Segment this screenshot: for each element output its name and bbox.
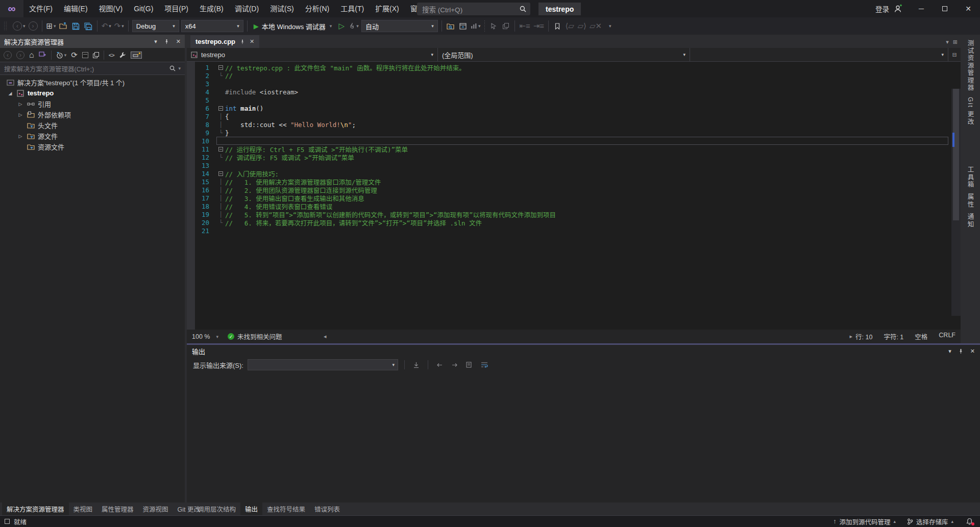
tree-item--[interactable]: ▷源文件 [0,131,185,141]
start-debugging-button[interactable]: ▶ 本地 Windows 调试器 ▾ [250,19,336,33]
tree-item--[interactable]: 头文件 [0,120,185,131]
start-without-debugging-button[interactable]: ▷ [335,19,348,33]
fold-margin[interactable] [216,171,225,176]
toolbar-grip[interactable]: ∷∷∷ [4,21,8,31]
document-list-icon[interactable]: ▾ [946,39,949,45]
fold-margin[interactable]: └ [216,154,225,161]
save-button[interactable] [70,19,82,33]
window-position-icon[interactable]: ▾ [948,348,951,355]
tree-expander-icon[interactable]: ▷ [17,102,23,107]
preview-selected-icon[interactable] [93,52,99,58]
find-in-files-button[interactable] [445,19,457,33]
notifications-bell-button[interactable] [959,516,980,527]
sign-in-button[interactable]: 登录 [871,4,893,14]
window-position-icon[interactable]: ▾ [154,38,157,45]
bottom-panel-tab[interactable]: 错误列表 [310,503,345,515]
bottom-panel-tab[interactable]: 调用层次结构 [193,503,240,515]
code-line[interactable]: 1// testrepo.cpp : 此文件包含 "main" 函数。程序执行将… [187,63,951,71]
zoom-level-combo[interactable]: 100 %▾ [187,330,223,343]
column-indicator[interactable]: 字符: 1 [884,332,903,341]
window-layout-button[interactable] [457,19,469,33]
menu-item[interactable]: 编辑(E) [58,0,93,17]
autohide-tab[interactable]: Git 更改 [966,97,975,126]
code-line[interactable]: 9└} [187,129,951,137]
output-source-combo[interactable]: ▾ [248,359,398,370]
tree-item--testrepo-1-1-[interactable]: ∞解决方案“testrepo”(1 个项目/共 1 个) [0,77,185,88]
show-all-files-icon[interactable] [131,52,142,59]
clear-all-icon[interactable] [464,362,475,368]
pin-icon[interactable] [240,39,245,44]
hot-reload-button[interactable]: ▾ [348,19,360,33]
undo-button[interactable]: ↶▾ [100,19,113,33]
minimize-button[interactable]: ─ [910,0,933,17]
menu-item[interactable]: 生成(B) [194,0,229,17]
solution-explorer-header[interactable]: 解决方案资源管理器 ▾ ✕ [0,35,185,48]
fold-margin[interactable]: │ [216,195,225,202]
platform-combo[interactable]: x64▾ [181,20,243,32]
fold-margin[interactable]: └ [216,219,225,226]
code-line[interactable]: 21 [187,227,951,235]
quick-search-box[interactable]: 搜索 (Ctrl+Q) [417,3,530,15]
bottom-panel-tab[interactable]: 输出 [240,503,262,515]
code-line[interactable]: 13 [187,161,951,169]
menu-item[interactable]: 工具(T) [335,0,370,17]
fold-margin[interactable]: └ [216,72,225,79]
solution-explorer-search[interactable]: 搜索解决方案资源管理器(Ctrl+;) ▾ [0,62,185,75]
decrease-indent-button[interactable]: ⇤≡ [518,19,531,33]
editor-vertical-scrollbar[interactable] [951,89,961,316]
next-bookmark-button[interactable]: ▱⟩ [576,19,588,33]
pending-changes-filter-icon[interactable]: ▾ [56,52,67,59]
select-element-button[interactable] [487,19,500,33]
autohide-tab[interactable]: 通知 [966,213,975,228]
code-line[interactable]: 6int main() [187,104,951,112]
left-panel-tab[interactable]: 属性管理器 [97,503,138,515]
bottom-panel-tab[interactable]: 查找符号结果 [262,503,310,515]
tree-item--[interactable]: 资源文件 [0,141,185,152]
autohide-tab[interactable]: 测试资源管理器 [966,40,975,92]
spaces-indicator[interactable]: 空格 [915,332,927,341]
code-line[interactable]: 7│{ [187,112,951,120]
tree-item--[interactable]: ▷外部依赖项 [0,109,185,120]
view-code-icon[interactable]: <> [109,52,114,58]
open-file-button[interactable] [58,19,70,33]
menu-item[interactable]: 视图(V) [93,0,129,17]
hscroll-left-arrow[interactable]: ◂ [324,333,327,340]
toolbar-overflow-button[interactable]: ▾ [603,19,616,33]
clear-bookmarks-button[interactable]: ▱✕ [588,19,603,33]
menu-item[interactable]: 调试(D) [229,0,264,17]
fold-margin[interactable]: │ [216,187,225,193]
switch-views-icon[interactable] [39,52,46,58]
navigate-back-button[interactable]: ‹▾ [11,19,27,33]
tree-item-testrepo[interactable]: ◢testrepo [0,88,185,98]
code-line[interactable]: 12└// 调试程序: F5 或调试 >“开始调试”菜单 [187,153,951,161]
split-window-button[interactable]: ⊟ [948,48,961,61]
fold-margin[interactable]: │ [216,121,225,128]
menu-item[interactable]: 项目(P) [159,0,194,17]
tree-expander-icon[interactable]: ▷ [17,134,23,139]
document-tab[interactable]: testrepo.cpp ✕ [190,35,259,48]
save-all-button[interactable] [82,19,94,33]
paste-button[interactable] [500,19,512,33]
collapse-all-icon[interactable] [82,52,88,58]
fold-margin[interactable]: │ [216,203,225,210]
tree-item--[interactable]: ▷引用 [0,98,185,109]
line-indicator[interactable]: 行: 10 [855,332,872,341]
hscroll-right-arrow[interactable]: ▸ [849,333,852,340]
word-wrap-icon[interactable] [479,362,490,368]
menu-item[interactable]: 文件(F) [23,0,58,17]
se-back-icon[interactable]: ‹ [4,51,12,59]
scope-dropdown[interactable]: (全局范围) ▾ [438,48,690,61]
fold-margin[interactable] [216,147,225,152]
redo-button[interactable]: ↷▾ [113,19,126,33]
select-repository-button[interactable]: 选择存储库 ▴ [901,516,959,527]
autohide-tab[interactable]: 属性 [966,193,975,208]
code-line[interactable]: 3 [187,80,951,88]
navigate-forward-button[interactable]: › [27,19,39,33]
menu-item[interactable]: 扩展(X) [370,0,405,17]
menu-item[interactable]: Git(G) [128,0,159,17]
autohide-tab[interactable]: 工具箱 [966,166,975,189]
add-to-source-control-button[interactable]: ↑ 添加到源代码管理 ▴ [827,516,901,527]
hot-reload-mode-combo[interactable]: 自动▾ [361,20,438,32]
close-icon[interactable]: ✕ [176,38,181,45]
member-dropdown[interactable]: ▾ [690,48,948,61]
